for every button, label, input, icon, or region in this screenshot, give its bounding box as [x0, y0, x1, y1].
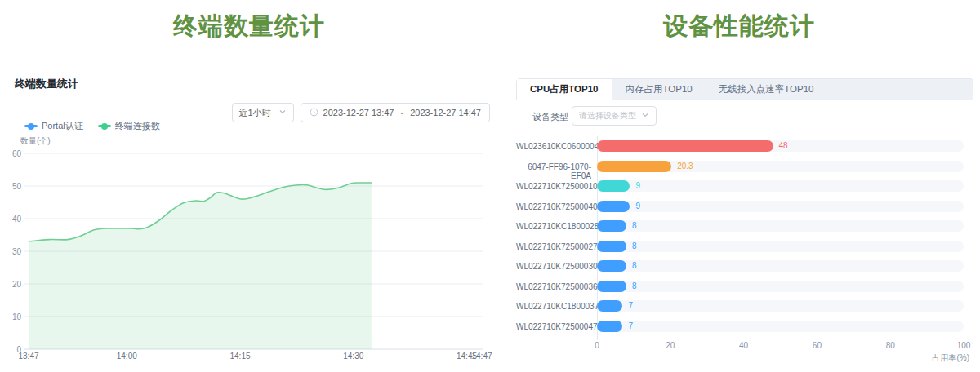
bar-track [597, 201, 964, 212]
bar[interactable] [597, 220, 626, 232]
bar-value-label: 8 [632, 241, 637, 252]
date-range-picker[interactable]: 2023-12-27 13:47 - 2023-12-27 14:47 [301, 103, 490, 122]
bar[interactable] [597, 180, 630, 192]
bar[interactable] [597, 300, 622, 312]
legend-item-1[interactable]: 终端连接数 [98, 120, 160, 132]
legend-label: 终端连接数 [115, 120, 160, 132]
legend-label: Portal认证 [42, 120, 83, 132]
tab-2[interactable]: 无线接入点速率TOP10 [706, 79, 827, 100]
x-tick-label: 14:00 [117, 352, 137, 361]
x-tick-label: 14:30 [343, 352, 363, 361]
x-tick-label: 0 [595, 341, 599, 350]
device-type-placeholder: 请选择设备类型 [579, 110, 636, 122]
time-range-select[interactable]: 近1小时 [232, 103, 294, 122]
bar-track [597, 281, 964, 292]
bar[interactable] [597, 161, 671, 172]
x-tick-label: 20 [666, 341, 675, 350]
series-area [29, 183, 372, 349]
time-range-value: 近1小时 [239, 107, 271, 119]
bar-category-label: WL022710K725000409 [516, 202, 591, 211]
legend-item-0[interactable]: Portal认证 [24, 120, 83, 132]
y-tick-label: 30 [12, 247, 22, 256]
bar-category-label: WL022710KC18000280 [516, 222, 591, 231]
bar[interactable] [597, 241, 626, 252]
bar-track [597, 220, 964, 232]
bar-category-label: 6047-FF96-1070-EF0A [516, 162, 591, 180]
y-axis-name: 数量(个) [20, 135, 51, 147]
bar-category-label: WL022710K725000102 [516, 182, 591, 191]
bar-value-label: 8 [632, 281, 637, 292]
bar-value-label: 7 [628, 300, 633, 312]
tab-1[interactable]: 内存占用TOP10 [612, 79, 706, 100]
bar-value-label: 20.3 [677, 161, 693, 172]
date-range-end: 2023-12-27 14:47 [410, 108, 481, 117]
bar[interactable] [597, 321, 622, 332]
y-tick-label: 50 [12, 182, 22, 191]
bar-value-label: 9 [635, 180, 640, 192]
device-type-label: 设备类型 [532, 111, 568, 123]
clock-icon [310, 108, 318, 118]
legend-marker-icon [98, 125, 111, 127]
bar-category-label: WL022710K725000272 [516, 242, 591, 251]
bar-track [597, 180, 964, 192]
y-tick-label: 60 [12, 149, 22, 158]
bar-value-label: 8 [632, 260, 637, 272]
perf-tabbar: CPU占用TOP10内存占用TOP10无线接入点速率TOP10 [516, 78, 973, 100]
bar-value-label: 7 [628, 321, 633, 332]
device-perf-card: CPU占用TOP10内存占用TOP10无线接入点速率TOP10 设备类型 请选择… [516, 78, 973, 365]
y-tick-label: 40 [12, 215, 22, 224]
x-tick-label: 14:47 [471, 352, 492, 361]
x-axis-name: 占用率(%) [932, 352, 969, 364]
bar[interactable] [597, 140, 773, 152]
device-type-select[interactable]: 请选择设备类型 [572, 106, 657, 126]
bar-track [597, 300, 964, 312]
bar[interactable] [597, 281, 626, 292]
x-tick-label: 13:47 [18, 352, 38, 361]
terminal-stats-section: 终端数量统计 终端数量统计 近1小时 2023-12-27 13:47 - 20… [0, 0, 498, 372]
bar-value-label: 48 [779, 140, 788, 152]
chevron-down-icon [278, 108, 287, 117]
bar-category-label: WL023610KC06000043 [516, 142, 591, 151]
bar-track [597, 321, 964, 332]
y-tick-label: 10 [12, 312, 22, 321]
terminal-count-chart[interactable]: 010203040506013:4714:0014:1514:3014:4514… [0, 147, 498, 372]
x-tick-label: 100 [957, 341, 971, 350]
y-tick-label: 20 [12, 280, 22, 289]
bar-value-label: 8 [632, 220, 637, 232]
bar[interactable] [597, 260, 626, 272]
bar-category-label: WL022710K725000307 [516, 262, 591, 271]
legend-marker-icon [24, 125, 38, 127]
bar[interactable] [597, 201, 630, 212]
x-tick-label: 80 [886, 341, 895, 350]
bar-value-label: 9 [635, 201, 640, 212]
terminal-panel-title: 终端数量统计 [15, 77, 78, 91]
date-range-separator: - [399, 108, 405, 117]
terminal-stats-heading: 终端数量统计 [0, 0, 498, 43]
x-tick-label: 40 [739, 341, 748, 350]
device-perf-section: 设备性能统计 CPU占用TOP10内存占用TOP10无线接入点速率TOP10 设… [498, 0, 980, 372]
bar-track [597, 260, 964, 272]
bar-track [597, 241, 964, 252]
chart-legend: Portal认证终端连接数 [24, 120, 160, 132]
tab-0[interactable]: CPU占用TOP10 [517, 79, 612, 100]
x-tick-label: 60 [813, 341, 822, 350]
bar-category-label: WL022710K725000369 [516, 282, 591, 291]
date-range-start: 2023-12-27 13:47 [323, 108, 394, 117]
line-chart-svg: 010203040506013:4714:0014:1514:3014:4514… [0, 147, 498, 372]
cpu-top10-chart[interactable]: WL023610KC06000043486047-FF96-1070-EF0A2… [516, 135, 973, 365]
bar-category-label: WL022710K725000470 [516, 322, 591, 331]
device-perf-heading: 设备性能统计 [498, 0, 980, 43]
chevron-down-icon [641, 111, 649, 121]
bar-category-label: WL022710KC18000372 [516, 302, 591, 311]
x-tick-label: 14:15 [229, 352, 250, 361]
